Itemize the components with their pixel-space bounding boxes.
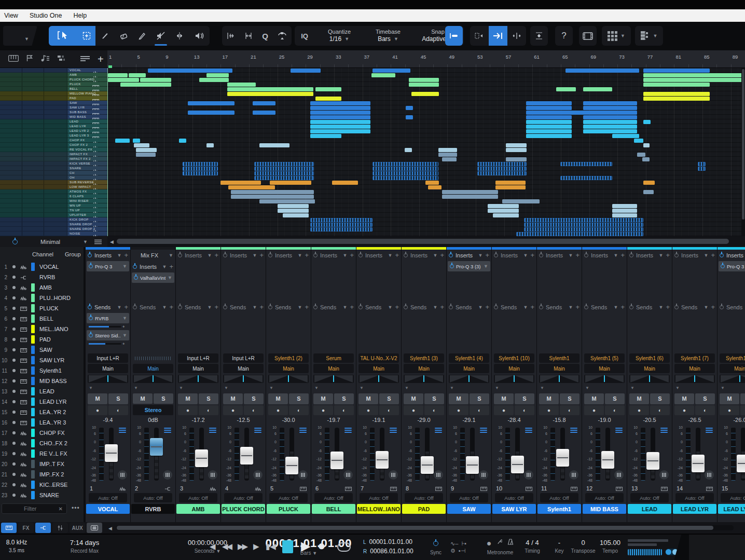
output-button[interactable]: Main xyxy=(358,364,399,373)
pan-value[interactable]: ▼ xyxy=(402,383,446,392)
fader-track[interactable] xyxy=(696,428,700,481)
console-list-item-lead-lyr[interactable]: 14LEAD LYR xyxy=(0,397,84,407)
channel-name-plate[interactable]: LEAD xyxy=(628,504,671,514)
arrange-track-tn-up[interactable]: TN UP xyxy=(0,208,107,213)
tab-vca[interactable] xyxy=(52,523,68,533)
clip[interactable] xyxy=(612,134,639,138)
meter-options-icon[interactable] xyxy=(480,428,487,433)
arrange-track-re-vocal-fx[interactable]: RE VOCAL FX xyxy=(0,147,107,152)
record-arm-button[interactable]: ● xyxy=(674,405,694,416)
mute-button[interactable]: M xyxy=(404,393,423,404)
track-options-menu-icon[interactable] xyxy=(94,237,102,247)
console-horizontal-scrollbar[interactable] xyxy=(116,525,734,530)
plugin-power-icon[interactable] xyxy=(721,264,725,268)
sends-power-icon[interactable] xyxy=(133,305,137,309)
clip[interactable] xyxy=(283,213,309,217)
output-button[interactable]: Main xyxy=(178,364,218,373)
clip[interactable] xyxy=(310,218,373,222)
add-sends-icon[interactable]: + xyxy=(169,305,173,310)
instrument-input-button[interactable]: TAL U-No..X-V2 xyxy=(358,353,399,363)
clip[interactable] xyxy=(188,101,234,105)
meter-options-icon[interactable] xyxy=(299,428,307,433)
volume-value[interactable]: -20.5 xyxy=(627,415,672,425)
sends-power-icon[interactable] xyxy=(629,305,633,309)
clip[interactable] xyxy=(524,227,643,231)
solo-button[interactable]: S xyxy=(199,393,218,404)
arrange-track-6-claps[interactable]: 6 CLAPS xyxy=(0,194,107,199)
channel-name-plate[interactable]: PAD xyxy=(402,504,446,514)
clip[interactable] xyxy=(108,73,128,77)
clip[interactable] xyxy=(583,120,637,124)
solo-button[interactable]: S xyxy=(379,393,399,404)
mute-button[interactable]: M xyxy=(313,393,333,404)
add-inserts-icon[interactable]: + xyxy=(485,253,489,258)
channel-color-chip[interactable] xyxy=(31,356,35,364)
inserts-power-icon[interactable] xyxy=(539,253,543,257)
channel-color-chip[interactable] xyxy=(31,294,35,302)
pan-value[interactable]: ▼ xyxy=(492,383,536,392)
sends-power-icon[interactable] xyxy=(88,305,92,309)
mute-button[interactable]: M xyxy=(449,393,468,404)
help-button[interactable]: ? xyxy=(555,26,573,46)
clip[interactable] xyxy=(231,190,314,194)
console-list-item-chop-fx[interactable]: 17CHOP FX xyxy=(0,428,84,438)
clip[interactable] xyxy=(332,181,358,185)
channel-color-chip[interactable] xyxy=(31,470,35,479)
volume-value[interactable]: -30.0 xyxy=(266,415,311,425)
mute-button[interactable]: M xyxy=(494,393,514,404)
meter-options-icon[interactable] xyxy=(660,428,668,433)
clip[interactable] xyxy=(227,92,313,96)
channel-visible-dot[interactable] xyxy=(12,307,16,310)
arrange-track-mellow-piano[interactable]: MELLOW PIANO xyxy=(0,91,107,96)
automation-mode-button[interactable]: Auto: Off xyxy=(630,493,669,502)
clip[interactable] xyxy=(291,69,321,73)
monitor-button[interactable]: ◐ xyxy=(740,405,745,416)
record-arm-button[interactable]: ● xyxy=(584,405,604,416)
clip[interactable] xyxy=(373,171,438,175)
console-list-item-amb[interactable]: 3AMB xyxy=(0,282,84,293)
plugin-slot[interactable]: Pro-Q 3 (3)▼ xyxy=(448,261,490,271)
clip[interactable] xyxy=(409,78,439,82)
clip[interactable] xyxy=(506,148,527,152)
clip[interactable] xyxy=(643,120,651,124)
monitor-button[interactable]: ◐ xyxy=(244,405,264,416)
channel-visible-dot[interactable] xyxy=(12,265,16,268)
clip[interactable] xyxy=(373,162,438,166)
clip[interactable] xyxy=(493,213,519,217)
channel-name-plate[interactable]: RVRB xyxy=(131,504,175,514)
chevron-down-icon[interactable]: ▼ xyxy=(658,253,663,258)
arrange-track-sub-reverse[interactable]: SUB REVERSE xyxy=(0,180,107,185)
chevron-down-icon[interactable]: ▼ xyxy=(83,239,88,244)
clip[interactable] xyxy=(643,190,654,194)
pan-control[interactable] xyxy=(404,375,444,383)
clip[interactable] xyxy=(442,157,457,161)
tempo-display[interactable]: 105.00 Tempo xyxy=(596,539,625,554)
clip[interactable] xyxy=(643,73,741,77)
solo-button[interactable]: S xyxy=(334,393,354,404)
clip[interactable] xyxy=(310,120,370,124)
pan-value[interactable]: ▼ xyxy=(356,383,401,392)
volume-value[interactable]: -26.5 xyxy=(672,415,717,425)
instrument-input-button[interactable]: Sylenth1 (4) xyxy=(449,353,489,363)
marker-flag-icon[interactable] xyxy=(26,54,33,64)
mute-button[interactable]: M xyxy=(133,393,153,404)
send-level-slider[interactable]: ⌖ xyxy=(88,342,128,346)
volume-value[interactable]: -29.1 xyxy=(447,415,491,425)
volume-value[interactable]: -19.0 xyxy=(582,415,627,425)
channel-name-plate[interactable]: BELL xyxy=(312,504,355,514)
arrange-track-uplifter[interactable]: UPLIFTER xyxy=(0,213,107,217)
clip[interactable] xyxy=(227,87,313,91)
clip[interactable] xyxy=(310,134,341,138)
automation-mode-button[interactable]: Auto: Off xyxy=(360,493,398,502)
monitor-button[interactable]: ◐ xyxy=(470,405,489,416)
clip[interactable] xyxy=(206,73,229,77)
instrument-input-button[interactable]: Serum xyxy=(313,353,354,363)
pan-value[interactable]: ▼ xyxy=(176,383,220,392)
console-list-item-imp-t-fx[interactable]: 20IMP..T FX xyxy=(0,459,84,469)
clip[interactable] xyxy=(428,185,442,189)
channel-color-chip[interactable] xyxy=(31,366,35,375)
clip[interactable] xyxy=(698,167,706,171)
timestretch-icon[interactable] xyxy=(507,26,526,46)
clip[interactable] xyxy=(442,195,498,199)
tool-preset-dropdown[interactable]: ▼ xyxy=(3,26,37,46)
